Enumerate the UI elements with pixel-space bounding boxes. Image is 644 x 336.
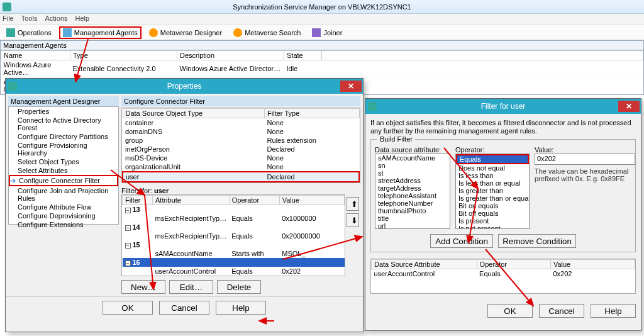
mv-designer-icon [149,28,158,37]
side-item-attr-flow[interactable]: Configure Attribute Flow [9,203,118,211]
filter-row[interactable]: msExchRecipientTyp…Equals0x1000000 [123,214,345,223]
toolbar-operations[interactable]: Operations [3,27,55,38]
side-item-object-types[interactable]: Select Object Types [9,157,118,166]
cond-row[interactable]: userAccountControlEquals0x202 [372,269,635,279]
obj-row[interactable]: containerNone [123,118,359,128]
menu-file[interactable]: File [3,14,14,24]
menu-help[interactable]: Help [75,14,90,24]
filter-group-selected[interactable]: −16 [123,258,345,267]
dsa-label: Data source attribute: [375,146,450,154]
side-item-properties[interactable]: Properties [9,107,118,116]
side-item-join-projection[interactable]: Configure Join and Projection Rules [9,186,118,203]
close-icon[interactable]: ✕ [340,81,362,92]
cond-col-val[interactable]: Value [550,260,635,269]
menubar: File Tools Actions Help [0,14,644,25]
operations-icon [6,28,15,37]
condition-table: Data Source Attribute Operator Value use… [370,259,636,294]
toolbar-joiner[interactable]: Joiner [308,27,346,38]
window-title: Synchronization Service Manager on VBLW2… [233,3,411,11]
ma-col-name[interactable]: Name [1,51,70,60]
joiner-icon [312,28,321,37]
build-filter-group: Build Filter Data source attribute: sAMA… [370,139,636,252]
value-input[interactable]: 0x202 [535,154,635,165]
ma-col-desc[interactable]: Description [177,51,284,60]
filter-group[interactable]: −15 [123,240,345,249]
hex-note: The value can be hexadecimal prefixed wi… [535,167,641,182]
filter-group[interactable]: −14 [123,223,345,232]
filters-for-label: Filters for: [121,187,152,194]
obj-row[interactable]: msDS-DeviceNone [123,154,359,162]
app-icon [3,3,11,11]
titlebar: Synchronization Service Manager on VBLW2… [0,0,644,14]
move-down-button[interactable]: ⬇ [347,213,359,227]
filter-row[interactable]: userAccountControlEquals0x202 [123,267,345,276]
side-item-connector-filter[interactable]: Configure Connector Filter [9,175,118,186]
ma-col-type[interactable]: Type [70,51,177,60]
ok-button[interactable]: OK [487,304,533,318]
move-up-button[interactable]: ⬆ [347,197,359,211]
filter-titlebar[interactable]: Filter for user ✕ [365,99,641,114]
cond-col-op[interactable]: Operator [477,260,550,269]
ma-col-state[interactable]: State [284,51,322,60]
filt-col-op[interactable]: Operator [229,196,279,205]
op-label: Operator: [455,146,530,154]
toolbar-mv-designer[interactable]: Metaverse Designer [145,27,226,38]
obj-col-filter[interactable]: Filter Type [265,109,359,118]
build-filter-label: Build Filter [377,135,415,143]
properties-title: Properties [167,82,202,91]
side-item-connect-forest[interactable]: Connect to Active Directory Forest [9,116,118,132]
ma-row[interactable]: Windows Azure Active…Extensible Connecti… [1,60,643,77]
filt-col-filter[interactable]: Filter [123,196,153,205]
menu-tools[interactable]: Tools [21,14,38,24]
side-list: Properties Connect to Active Directory F… [8,106,119,225]
filter-row[interactable]: msExchRecipientTyp…Equals0x20000000 [123,232,345,240]
obj-row[interactable]: domainDNSNone [123,127,359,136]
val-label: Value: [535,146,641,154]
close-icon[interactable]: ✕ [618,101,640,112]
help-button[interactable]: Help [216,301,266,315]
cancel-button[interactable]: Cancel [539,304,584,318]
agents-icon [63,28,72,37]
help-button[interactable]: Help [591,304,636,318]
filt-col-attr[interactable]: Attribute [153,196,230,205]
filters-table: Filter Attribute Operator Value −13 msEx… [121,194,345,276]
dsa-listbox[interactable]: sAMAccountName sn st streetAddress targe… [375,154,450,229]
cancel-button[interactable]: Cancel [159,301,209,315]
side-item-extensions[interactable]: Configure Extensions [9,220,118,229]
toolbar-management-agents[interactable]: Management Agents [59,26,142,39]
side-item-prov-hierarchy[interactable]: Configure Provisioning Hierarchy [9,141,118,157]
menu-actions[interactable]: Actions [45,14,67,24]
op-selected: Equals [456,154,529,164]
cond-col-attr[interactable]: Data Source Attribute [372,260,477,269]
filter-group[interactable]: −13 [123,205,345,215]
toolbar: Operations Management Agents Metaverse D… [0,25,644,40]
new-button[interactable]: New… [121,280,165,294]
ok-button[interactable]: OK [103,301,153,315]
remove-condition-button[interactable]: Remove Condition [498,234,576,248]
obj-row[interactable]: organizationalUnitNone [123,162,359,172]
object-type-table: Data Source Object TypeFilter Type conta… [121,108,360,183]
dialog-icon [368,102,377,111]
obj-col-type[interactable]: Data Source Object Type [123,109,265,118]
obj-row[interactable]: groupRules extension [123,136,359,145]
ma-section-header: Management Agents [0,40,644,50]
mv-search-icon [233,28,242,37]
filt-col-val[interactable]: Value [279,196,344,205]
main-header: Configure Connector Filter [121,96,360,106]
side-item-dir-partitions[interactable]: Configure Directory Partitions [9,132,118,141]
obj-row-user[interactable]: userDeclared [123,172,359,182]
edit-button[interactable]: Edit… [169,280,213,294]
properties-titlebar[interactable]: Properties ✕ [6,79,363,94]
obj-row[interactable]: inetOrgPersonDeclared [123,145,359,154]
side-header: Management Agent Designer [8,96,119,106]
properties-dialog: Properties ✕ Management Agent Designer P… [5,78,364,332]
operator-listbox[interactable]: Equals Does not equal Is less than Is le… [455,154,530,229]
filter-title: Filter for user [481,102,526,111]
side-item-attributes[interactable]: Select Attributes [9,166,118,175]
filter-intro: If an object satisfies this filter, it b… [370,119,636,135]
delete-button[interactable]: Delete [217,280,261,294]
filter-row[interactable]: sAMAccountNameStarts withMSOL_ [123,249,345,258]
side-item-deprovisioning[interactable]: Configure Deprovisioning [9,211,118,220]
add-condition-button[interactable]: Add Condition [430,234,493,248]
toolbar-mv-search[interactable]: Metaverse Search [230,27,304,38]
